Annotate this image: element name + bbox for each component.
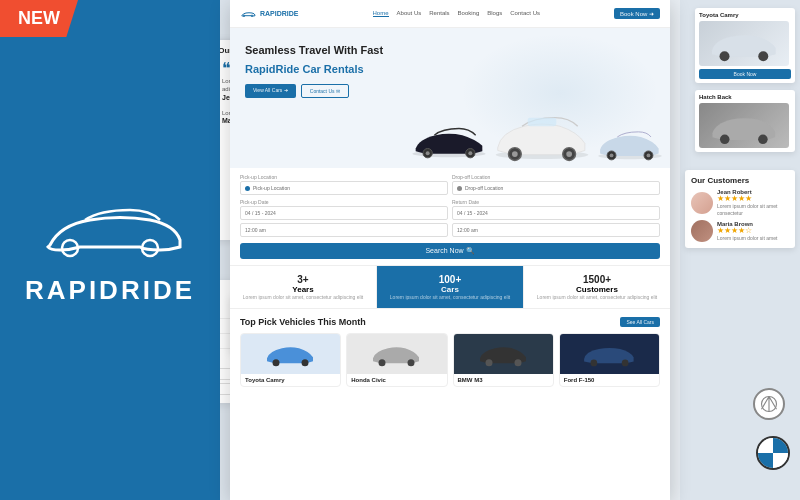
- dropoff-date-row: Return Date 04 / 15 - 2024 12:00 am: [452, 199, 660, 237]
- vehicle-card-info: Toyota Camry: [241, 374, 340, 386]
- stats-bar: 3+ Years Lorem ipsum dolor sit amet, con…: [230, 266, 670, 309]
- nav-link-blogs[interactable]: Blogs: [487, 10, 502, 17]
- bmw-q4: [773, 453, 788, 468]
- svg-point-13: [566, 151, 572, 157]
- stat-customers-desc: Lorem ipsum dolor sit amet, consectetur …: [530, 294, 664, 300]
- dropoff-time-input[interactable]: 12:00 am: [452, 223, 660, 237]
- pickup-date-input[interactable]: 04 / 15 - 2024: [240, 206, 448, 220]
- right-car-name-2: Hatch Back: [699, 94, 791, 100]
- contact-us-button[interactable]: Contact Us ✉: [301, 84, 349, 98]
- stat-customers-number: 1500+: [530, 274, 664, 285]
- customer-avatar: [691, 192, 713, 214]
- preview-nav: RAPIDRIDE Home About Us Rentals Booking …: [230, 0, 670, 28]
- pickup-location-row: Pick-up Location Pick-up Location: [240, 174, 448, 195]
- see-all-button[interactable]: See All Cars: [620, 317, 660, 327]
- bmw-q3: [758, 453, 773, 468]
- stat-years-number: 3+: [236, 274, 370, 285]
- stat-cars-desc: Lorem ipsum dolor sit amet, consectetur …: [383, 294, 517, 300]
- stat-cars-number: 100+: [383, 274, 517, 285]
- nav-link-booking[interactable]: Booking: [458, 10, 480, 17]
- dropoff-date-input[interactable]: 04 / 15 - 2024: [452, 206, 660, 220]
- hero-car-white: [492, 108, 592, 163]
- hero-car-dark: [409, 118, 489, 163]
- vehicle-car-svg: [476, 340, 531, 368]
- vehicle-img-1: [241, 334, 340, 374]
- vehicle-card-info: BMW M3: [454, 374, 553, 386]
- customer-item-1: Jean Robert ★★★★★ Lorem ipsum dolor sit …: [691, 189, 789, 216]
- stat-cars: 100+ Cars Lorem ipsum dolor sit amet, co…: [377, 266, 524, 308]
- svg-point-30: [719, 134, 729, 144]
- nav-logo-text: RAPIDRIDE: [260, 10, 299, 17]
- pickup-location-label: Pick-up Location: [240, 174, 448, 180]
- stat-years-label: Years: [236, 285, 370, 294]
- vehicle-card-1: Toyota Camry: [240, 333, 341, 387]
- top-picks-title: Top Pick Vehicles This Month: [240, 317, 366, 327]
- nav-cta-button[interactable]: Book Now ➜: [614, 8, 660, 19]
- vehicle-card-info: Ford F-150: [560, 374, 659, 386]
- svg-point-8: [468, 151, 472, 155]
- svg-point-28: [719, 51, 729, 61]
- vehicle-name: Toyota Camry: [245, 377, 336, 383]
- view-all-cars-button[interactable]: View All Cars ➜: [245, 84, 296, 98]
- logo-section: RAPIDRIDE: [0, 0, 220, 500]
- vehicle-card-3: BMW M3: [453, 333, 554, 387]
- nav-link-contact[interactable]: Contact Us: [510, 10, 540, 17]
- dropoff-location-input[interactable]: Drop-off Location: [452, 181, 660, 195]
- svg-point-27: [622, 360, 629, 367]
- nav-logo-icon: [240, 10, 256, 18]
- pickup-location-input[interactable]: Pick-up Location: [240, 181, 448, 195]
- stat-customers-label: Customers: [530, 285, 664, 294]
- bmw-q2: [773, 438, 788, 453]
- search-form: Pick-up Location Pick-up Location Drop-o…: [230, 168, 670, 266]
- vehicle-img-2: [347, 334, 446, 374]
- customer-review: Lorem ipsum dolor sit amet: [717, 235, 777, 242]
- brand-name: RAPIDRIDE: [25, 275, 195, 306]
- svg-point-19: [647, 154, 651, 158]
- customer-review: Lorem ipsum dolor sit amet consectetur: [717, 203, 789, 216]
- customer-avatar: [691, 220, 713, 242]
- hero-title: Seamless Travel With Fast: [245, 43, 465, 58]
- svg-point-21: [302, 359, 309, 366]
- dropoff-placeholder: Drop-off Location: [465, 185, 503, 191]
- nav-link-about[interactable]: About Us: [397, 10, 422, 17]
- vehicle-img-4: [560, 334, 659, 374]
- stars: ★★★★★: [717, 195, 789, 203]
- nav-links: Home About Us Rentals Booking Blogs Cont…: [373, 10, 540, 17]
- svg-point-11: [512, 151, 518, 157]
- hero-content: Seamless Travel With Fast RapidRide Car …: [245, 43, 465, 98]
- search-button[interactable]: Search Now 🔍: [240, 243, 660, 259]
- right-car-card-1: Toyota Camry Book Now: [695, 8, 795, 83]
- pickup-date-value: 04 / 15 - 2024: [245, 210, 276, 216]
- dropoff-location-row: Drop-off Location Drop-off Location: [452, 174, 660, 195]
- dropoff-date-label: Return Date: [452, 199, 660, 205]
- nav-brand: RAPIDRIDE: [240, 10, 299, 18]
- nav-link-home[interactable]: Home: [373, 10, 389, 17]
- mercedes-star: [760, 395, 778, 413]
- svg-point-31: [758, 134, 768, 144]
- svg-point-25: [514, 359, 521, 366]
- pickup-time-value: 12:00 am: [245, 227, 266, 233]
- vehicle-card-4: Ford F-150: [559, 333, 660, 387]
- vehicle-name: Honda Civic: [351, 377, 442, 383]
- right-customers-card: Our Customers Jean Robert ★★★★★ Lorem ip…: [685, 170, 795, 248]
- vehicle-car-svg: [369, 340, 424, 368]
- svg-point-17: [610, 154, 614, 158]
- pickup-placeholder: Pick-up Location: [253, 185, 290, 191]
- location-icon: [457, 186, 462, 191]
- hero-buttons: View All Cars ➜ Contact Us ✉: [245, 84, 465, 98]
- stat-years-desc: Lorem ipsum dolor sit amet, consectetur …: [236, 294, 370, 300]
- pickup-date-label: Pick-up Date: [240, 199, 448, 205]
- pickup-time-input[interactable]: 12:00 am: [240, 223, 448, 237]
- bmw-logo-right: [756, 436, 790, 470]
- svg-rect-14: [528, 118, 557, 127]
- right-car-img-2: [699, 103, 789, 148]
- customer-item-2: Maria Brown ★★★★☆ Lorem ipsum dolor sit …: [691, 220, 789, 242]
- bmw-circle: [756, 436, 790, 470]
- vehicle-cards: Toyota Camry Honda Civic: [240, 333, 660, 387]
- mercedes-circle-right: [753, 388, 785, 420]
- right-car-name-1: Toyota Camry: [699, 12, 791, 18]
- right-car-card-2: Hatch Back: [695, 90, 795, 152]
- nav-link-rentals[interactable]: Rentals: [429, 10, 449, 17]
- book-now-btn[interactable]: Book Now: [699, 69, 791, 79]
- svg-point-24: [485, 359, 492, 366]
